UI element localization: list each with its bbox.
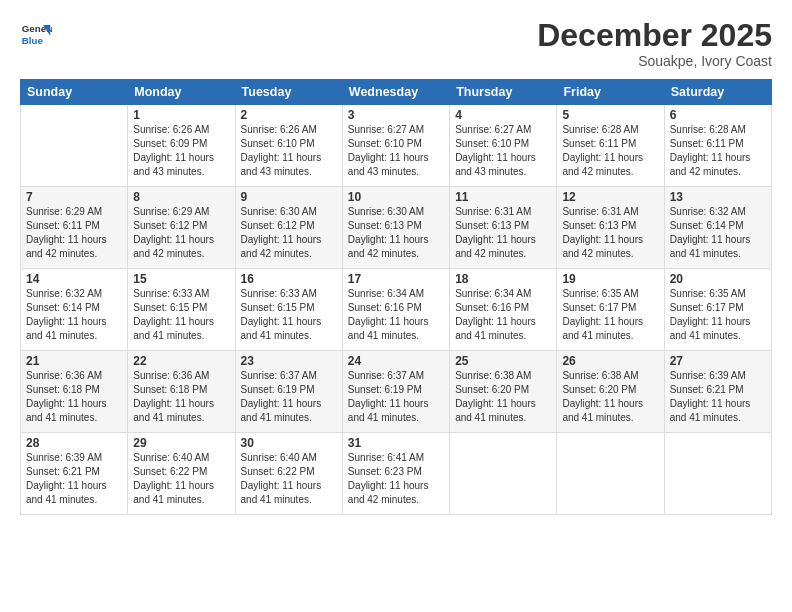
cell-info: Sunrise: 6:33 AM Sunset: 6:15 PM Dayligh… bbox=[133, 287, 229, 342]
header: General Blue December 2025 Souakpe, Ivor… bbox=[20, 18, 772, 69]
calendar-cell: 30Sunrise: 6:40 AM Sunset: 6:22 PM Dayli… bbox=[235, 433, 342, 515]
cell-info: Sunrise: 6:37 AM Sunset: 6:19 PM Dayligh… bbox=[348, 369, 444, 424]
day-number: 9 bbox=[241, 190, 337, 204]
calendar-cell: 17Sunrise: 6:34 AM Sunset: 6:16 PM Dayli… bbox=[342, 269, 449, 351]
subtitle: Souakpe, Ivory Coast bbox=[537, 53, 772, 69]
day-number: 13 bbox=[670, 190, 766, 204]
title-block: December 2025 Souakpe, Ivory Coast bbox=[537, 18, 772, 69]
calendar-cell: 28Sunrise: 6:39 AM Sunset: 6:21 PM Dayli… bbox=[21, 433, 128, 515]
cell-info: Sunrise: 6:30 AM Sunset: 6:13 PM Dayligh… bbox=[348, 205, 444, 260]
cell-info: Sunrise: 6:38 AM Sunset: 6:20 PM Dayligh… bbox=[562, 369, 658, 424]
day-number: 16 bbox=[241, 272, 337, 286]
calendar-cell: 18Sunrise: 6:34 AM Sunset: 6:16 PM Dayli… bbox=[450, 269, 557, 351]
cell-info: Sunrise: 6:27 AM Sunset: 6:10 PM Dayligh… bbox=[455, 123, 551, 178]
calendar-cell: 7Sunrise: 6:29 AM Sunset: 6:11 PM Daylig… bbox=[21, 187, 128, 269]
cell-info: Sunrise: 6:32 AM Sunset: 6:14 PM Dayligh… bbox=[670, 205, 766, 260]
cell-info: Sunrise: 6:31 AM Sunset: 6:13 PM Dayligh… bbox=[562, 205, 658, 260]
logo: General Blue bbox=[20, 18, 52, 50]
calendar-cell: 24Sunrise: 6:37 AM Sunset: 6:19 PM Dayli… bbox=[342, 351, 449, 433]
calendar-cell: 14Sunrise: 6:32 AM Sunset: 6:14 PM Dayli… bbox=[21, 269, 128, 351]
cell-info: Sunrise: 6:39 AM Sunset: 6:21 PM Dayligh… bbox=[26, 451, 122, 506]
calendar-cell: 21Sunrise: 6:36 AM Sunset: 6:18 PM Dayli… bbox=[21, 351, 128, 433]
day-number: 14 bbox=[26, 272, 122, 286]
calendar-table: SundayMondayTuesdayWednesdayThursdayFrid… bbox=[20, 79, 772, 515]
day-number: 5 bbox=[562, 108, 658, 122]
cell-info: Sunrise: 6:34 AM Sunset: 6:16 PM Dayligh… bbox=[348, 287, 444, 342]
cell-info: Sunrise: 6:35 AM Sunset: 6:17 PM Dayligh… bbox=[562, 287, 658, 342]
calendar-cell: 8Sunrise: 6:29 AM Sunset: 6:12 PM Daylig… bbox=[128, 187, 235, 269]
day-number: 19 bbox=[562, 272, 658, 286]
calendar-cell: 22Sunrise: 6:36 AM Sunset: 6:18 PM Dayli… bbox=[128, 351, 235, 433]
calendar-cell: 13Sunrise: 6:32 AM Sunset: 6:14 PM Dayli… bbox=[664, 187, 771, 269]
calendar-cell: 4Sunrise: 6:27 AM Sunset: 6:10 PM Daylig… bbox=[450, 105, 557, 187]
day-number: 30 bbox=[241, 436, 337, 450]
calendar-cell: 1Sunrise: 6:26 AM Sunset: 6:09 PM Daylig… bbox=[128, 105, 235, 187]
week-row-4: 21Sunrise: 6:36 AM Sunset: 6:18 PM Dayli… bbox=[21, 351, 772, 433]
calendar-cell: 20Sunrise: 6:35 AM Sunset: 6:17 PM Dayli… bbox=[664, 269, 771, 351]
cell-info: Sunrise: 6:33 AM Sunset: 6:15 PM Dayligh… bbox=[241, 287, 337, 342]
cell-info: Sunrise: 6:29 AM Sunset: 6:12 PM Dayligh… bbox=[133, 205, 229, 260]
cell-info: Sunrise: 6:31 AM Sunset: 6:13 PM Dayligh… bbox=[455, 205, 551, 260]
day-number: 24 bbox=[348, 354, 444, 368]
day-number: 8 bbox=[133, 190, 229, 204]
calendar-cell: 15Sunrise: 6:33 AM Sunset: 6:15 PM Dayli… bbox=[128, 269, 235, 351]
day-number: 31 bbox=[348, 436, 444, 450]
svg-text:Blue: Blue bbox=[22, 35, 44, 46]
day-number: 23 bbox=[241, 354, 337, 368]
day-number: 2 bbox=[241, 108, 337, 122]
logo-icon: General Blue bbox=[20, 18, 52, 50]
day-number: 6 bbox=[670, 108, 766, 122]
calendar-cell: 10Sunrise: 6:30 AM Sunset: 6:13 PM Dayli… bbox=[342, 187, 449, 269]
calendar-cell: 23Sunrise: 6:37 AM Sunset: 6:19 PM Dayli… bbox=[235, 351, 342, 433]
calendar-cell: 9Sunrise: 6:30 AM Sunset: 6:12 PM Daylig… bbox=[235, 187, 342, 269]
day-number: 10 bbox=[348, 190, 444, 204]
calendar-cell: 26Sunrise: 6:38 AM Sunset: 6:20 PM Dayli… bbox=[557, 351, 664, 433]
col-header-monday: Monday bbox=[128, 80, 235, 105]
header-row: SundayMondayTuesdayWednesdayThursdayFrid… bbox=[21, 80, 772, 105]
cell-info: Sunrise: 6:34 AM Sunset: 6:16 PM Dayligh… bbox=[455, 287, 551, 342]
calendar-cell bbox=[450, 433, 557, 515]
page: General Blue December 2025 Souakpe, Ivor… bbox=[0, 0, 792, 612]
calendar-cell: 2Sunrise: 6:26 AM Sunset: 6:10 PM Daylig… bbox=[235, 105, 342, 187]
cell-info: Sunrise: 6:37 AM Sunset: 6:19 PM Dayligh… bbox=[241, 369, 337, 424]
col-header-friday: Friday bbox=[557, 80, 664, 105]
day-number: 18 bbox=[455, 272, 551, 286]
calendar-cell: 5Sunrise: 6:28 AM Sunset: 6:11 PM Daylig… bbox=[557, 105, 664, 187]
col-header-sunday: Sunday bbox=[21, 80, 128, 105]
cell-info: Sunrise: 6:39 AM Sunset: 6:21 PM Dayligh… bbox=[670, 369, 766, 424]
calendar-cell: 27Sunrise: 6:39 AM Sunset: 6:21 PM Dayli… bbox=[664, 351, 771, 433]
day-number: 1 bbox=[133, 108, 229, 122]
day-number: 15 bbox=[133, 272, 229, 286]
cell-info: Sunrise: 6:27 AM Sunset: 6:10 PM Dayligh… bbox=[348, 123, 444, 178]
day-number: 26 bbox=[562, 354, 658, 368]
calendar-cell: 12Sunrise: 6:31 AM Sunset: 6:13 PM Dayli… bbox=[557, 187, 664, 269]
calendar-cell: 11Sunrise: 6:31 AM Sunset: 6:13 PM Dayli… bbox=[450, 187, 557, 269]
cell-info: Sunrise: 6:40 AM Sunset: 6:22 PM Dayligh… bbox=[133, 451, 229, 506]
week-row-1: 1Sunrise: 6:26 AM Sunset: 6:09 PM Daylig… bbox=[21, 105, 772, 187]
cell-info: Sunrise: 6:28 AM Sunset: 6:11 PM Dayligh… bbox=[562, 123, 658, 178]
day-number: 21 bbox=[26, 354, 122, 368]
week-row-2: 7Sunrise: 6:29 AM Sunset: 6:11 PM Daylig… bbox=[21, 187, 772, 269]
day-number: 3 bbox=[348, 108, 444, 122]
cell-info: Sunrise: 6:40 AM Sunset: 6:22 PM Dayligh… bbox=[241, 451, 337, 506]
calendar-cell: 3Sunrise: 6:27 AM Sunset: 6:10 PM Daylig… bbox=[342, 105, 449, 187]
cell-info: Sunrise: 6:36 AM Sunset: 6:18 PM Dayligh… bbox=[26, 369, 122, 424]
day-number: 25 bbox=[455, 354, 551, 368]
day-number: 27 bbox=[670, 354, 766, 368]
day-number: 12 bbox=[562, 190, 658, 204]
week-row-3: 14Sunrise: 6:32 AM Sunset: 6:14 PM Dayli… bbox=[21, 269, 772, 351]
cell-info: Sunrise: 6:35 AM Sunset: 6:17 PM Dayligh… bbox=[670, 287, 766, 342]
month-title: December 2025 bbox=[537, 18, 772, 53]
col-header-saturday: Saturday bbox=[664, 80, 771, 105]
calendar-cell: 29Sunrise: 6:40 AM Sunset: 6:22 PM Dayli… bbox=[128, 433, 235, 515]
week-row-5: 28Sunrise: 6:39 AM Sunset: 6:21 PM Dayli… bbox=[21, 433, 772, 515]
calendar-cell: 19Sunrise: 6:35 AM Sunset: 6:17 PM Dayli… bbox=[557, 269, 664, 351]
calendar-cell: 16Sunrise: 6:33 AM Sunset: 6:15 PM Dayli… bbox=[235, 269, 342, 351]
day-number: 7 bbox=[26, 190, 122, 204]
day-number: 28 bbox=[26, 436, 122, 450]
day-number: 20 bbox=[670, 272, 766, 286]
calendar-cell bbox=[664, 433, 771, 515]
calendar-cell bbox=[21, 105, 128, 187]
day-number: 17 bbox=[348, 272, 444, 286]
calendar-cell bbox=[557, 433, 664, 515]
